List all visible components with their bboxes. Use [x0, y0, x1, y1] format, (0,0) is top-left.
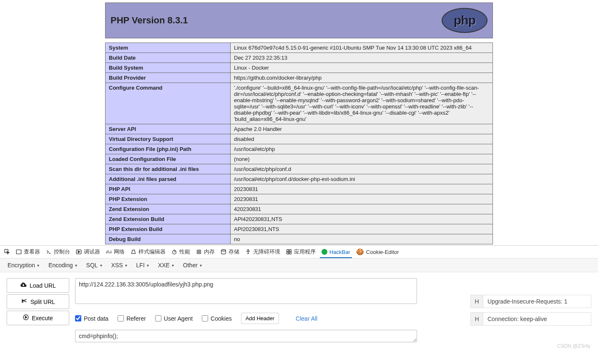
phpinfo-row-value: https://github.com/docker-library/php	[231, 73, 493, 83]
phpinfo-row-value: Linux 676d70e97c4d 5.15.0-91-generic #10…	[231, 43, 493, 53]
tab-storage[interactable]: 存储	[221, 248, 239, 256]
tab-performance[interactable]: 性能	[171, 248, 190, 256]
phpinfo-row-label: Additional .ini files parsed	[106, 174, 231, 184]
tab-accessibility[interactable]: 无障碍环境	[245, 248, 280, 256]
header-row[interactable]: HUpgrade-Insecure-Requests: 1	[470, 295, 591, 308]
split-url-button[interactable]: Split URL	[7, 294, 69, 309]
clear-all-link[interactable]: Clear All	[296, 315, 317, 322]
hackbar-icon	[322, 249, 327, 255]
phpinfo-row-value: 20230831	[231, 194, 493, 204]
tab-hackbar[interactable]: HackBar	[322, 249, 350, 255]
cookies-checkbox[interactable]	[202, 315, 208, 321]
svg-rect-11	[289, 252, 291, 254]
phpinfo-table: SystemLinux 676d70e97c4d 5.15.0-91-gener…	[105, 43, 493, 244]
dd-xxe[interactable]: XXE▾	[158, 262, 174, 269]
caret-icon: ▾	[172, 263, 174, 268]
play-icon	[23, 314, 29, 321]
dd-xss[interactable]: XSS▾	[111, 262, 127, 269]
caret-icon: ▾	[147, 263, 149, 268]
devtools-tabs: 查看器 控制台 调试器 网络 样式编辑器 性能 内存 存储	[0, 246, 598, 259]
phpinfo-row-label: Configure Command	[106, 83, 231, 124]
dd-lfi[interactable]: LFI▾	[136, 262, 149, 269]
phpinfo-row-label: Build Date	[106, 53, 231, 63]
user-agent-checkbox[interactable]	[155, 315, 161, 321]
cookie-icon: 🍪	[356, 248, 364, 256]
caret-icon: ▾	[37, 263, 39, 268]
table-row: PHP API20230831	[106, 184, 493, 194]
phpinfo-row-label: Loaded Configuration File	[106, 154, 231, 164]
post-data-checkbox[interactable]	[75, 315, 81, 321]
caret-icon: ▾	[125, 263, 127, 268]
svg-rect-9	[289, 250, 291, 251]
opt-user-agent[interactable]: User Agent	[155, 315, 193, 322]
tab-network[interactable]: 网络	[106, 248, 125, 256]
tab-debugger[interactable]: 调试器	[76, 248, 100, 256]
scissors-icon	[21, 298, 28, 305]
table-row: PHP Extension BuildAPI20230831,NTS	[106, 224, 493, 234]
tab-console[interactable]: 控制台	[46, 248, 70, 256]
phpinfo-row-label: Build System	[106, 63, 231, 73]
header-text: Connection: keep-alive	[483, 313, 591, 325]
accessibility-icon	[245, 249, 251, 255]
hackbar-headers: HUpgrade-Insecure-Requests: 1HConnection…	[470, 278, 591, 344]
table-row: Zend Extension420230831	[106, 204, 493, 214]
url-input[interactable]	[75, 278, 417, 304]
phpinfo-row-value: 420230831	[231, 204, 493, 214]
phpinfo-row-value: /usr/local/etc/php	[231, 144, 493, 154]
svg-rect-10	[287, 252, 289, 254]
svg-point-6	[221, 250, 226, 251]
phpinfo-row-value: API20230831,NTS	[231, 224, 493, 234]
table-row: PHP Extension20230831	[106, 194, 493, 204]
console-icon	[46, 249, 52, 255]
application-icon	[286, 249, 292, 255]
add-header-button[interactable]: Add Header	[241, 313, 279, 324]
phpinfo-row-value: API420230831,NTS	[231, 214, 493, 224]
tab-style[interactable]: 样式编辑器	[131, 248, 166, 256]
table-row: Scan this dir for additional .ini files/…	[106, 164, 493, 174]
phpinfo-row-value: /usr/local/etc/php/conf.d/docker-php-ext…	[231, 174, 493, 184]
tab-cookie-editor[interactable]: 🍪 Cookie-Editor	[356, 248, 399, 256]
table-row: Build Providerhttps://github.com/docker-…	[106, 73, 493, 83]
table-row: Build SystemLinux - Docker	[106, 63, 493, 73]
hackbar-left-buttons: Load URL Split URL Execute	[7, 278, 69, 344]
dd-other[interactable]: Other▾	[183, 262, 202, 269]
devtools-panel: 查看器 控制台 调试器 网络 样式编辑器 性能 内存 存储	[0, 245, 598, 345]
opt-cookies[interactable]: Cookies	[202, 315, 232, 322]
dd-encryption[interactable]: Encryption▾	[8, 262, 39, 269]
svg-rect-5	[198, 251, 200, 253]
phpinfo-row-label: Zend Extension	[106, 204, 231, 214]
header-row[interactable]: HConnection: keep-alive	[470, 312, 591, 326]
post-body-input[interactable]	[75, 330, 417, 342]
tab-pick-element[interactable]	[4, 249, 10, 255]
referer-checkbox[interactable]	[118, 315, 124, 321]
tab-inspector[interactable]: 查看器	[16, 248, 40, 256]
memory-icon	[196, 249, 202, 255]
network-icon	[106, 249, 112, 255]
phpinfo-row-label: PHP Extension Build	[106, 224, 231, 234]
table-row: Configure Command'./configure' '--build=…	[106, 83, 493, 124]
table-row: Server APIApache 2.0 Handler	[106, 124, 493, 134]
php-logo: php	[442, 8, 487, 33]
inspector-icon	[16, 249, 22, 255]
hackbar-center: Post data Referer User Agent Cookies Add…	[75, 278, 465, 344]
table-row: Additional .ini files parsed/usr/local/e…	[106, 174, 493, 184]
dd-encoding[interactable]: Encoding▾	[48, 262, 77, 269]
tab-application[interactable]: 应用程序	[286, 248, 316, 256]
tab-memory[interactable]: 内存	[196, 248, 215, 256]
phpinfo-row-label: Zend Extension Build	[106, 214, 231, 224]
load-url-button[interactable]: Load URL	[7, 278, 69, 293]
style-icon	[131, 249, 136, 255]
header-key-badge: H	[471, 295, 483, 308]
phpinfo-row-label: Debug Build	[106, 234, 231, 244]
dd-sql[interactable]: SQL▾	[86, 262, 102, 269]
svg-rect-4	[197, 250, 201, 254]
cloud-download-icon	[20, 282, 27, 289]
phpinfo-row-value: './configure' '--build=x86_64-linux-gnu'…	[231, 83, 493, 124]
svg-point-7	[248, 249, 249, 251]
table-row: SystemLinux 676d70e97c4d 5.15.0-91-gener…	[106, 43, 493, 53]
execute-button[interactable]: Execute	[7, 311, 69, 325]
opt-post-data[interactable]: Post data	[75, 315, 108, 322]
opt-referer[interactable]: Referer	[118, 315, 146, 322]
phpinfo-panel: PHP Version 8.3.1 php SystemLinux 676d70…	[105, 0, 493, 244]
storage-icon	[221, 249, 226, 255]
